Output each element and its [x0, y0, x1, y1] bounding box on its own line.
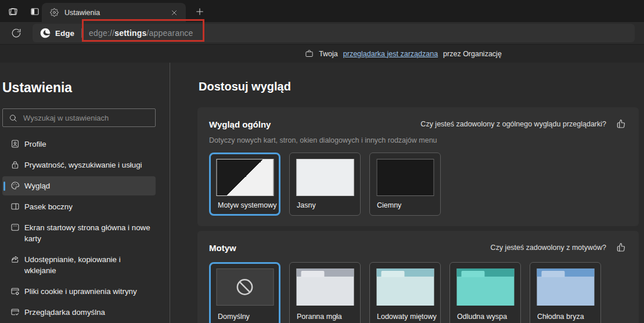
sidebar-item-label: Wygląd: [24, 182, 50, 190]
close-icon: [171, 9, 178, 16]
system-theme-thumbnail: [216, 159, 274, 196]
card-label: Odludna wyspa: [457, 313, 507, 321]
dark-theme-thumbnail: [376, 159, 434, 196]
section-overall-appearance: Wygląd ogólny Czy jesteś zadowolony z og…: [197, 107, 639, 226]
sidebar-item-label: Udostępnianie, kopiowanie i wklejanie: [24, 255, 121, 275]
sidebar-item-profile[interactable]: Profile: [2, 135, 156, 154]
sidebar-item-privacy[interactable]: Prywatność, wyszukiwanie i usługi: [2, 155, 156, 175]
sidebar-item-label: Pasek boczny: [24, 202, 73, 211]
settings-search-box[interactable]: [2, 108, 156, 127]
sidebar-item-label: Pliki cookie i uprawnienia witryny: [24, 287, 137, 296]
address-bar[interactable]: Edge edge://settings/appearance: [33, 24, 635, 42]
card-label: Lodowaty miętowy: [377, 313, 437, 321]
search-input[interactable]: [23, 114, 149, 122]
page-title: Dostosuj wygląd: [199, 80, 291, 93]
thumb-tab: [381, 271, 404, 277]
sidebar-item-share-copy-paste[interactable]: Udostępnianie, kopiowanie i wklejanie: [2, 250, 156, 280]
sidebar-nav: Profile Prywatność, wyszukiwanie i usług…: [2, 135, 156, 323]
icy-mint-thumbnail: [376, 268, 434, 306]
appearance-cards: Motyw systemowy Jasny Ciemny: [209, 153, 627, 216]
morning-mist-thumbnail: [296, 268, 354, 306]
thumbs-up-icon: [616, 242, 626, 253]
default-browser-icon: [10, 307, 20, 317]
theme-cards: Domyślny Poranna mgła: [209, 262, 627, 323]
settings-page: Ustawienia Profile: [0, 63, 644, 323]
banner-text-before: Twoja: [319, 50, 338, 58]
feedback-question: Czy jesteś zadowolony z ogólnego wyglądu…: [420, 120, 606, 128]
card-desert-island-theme[interactable]: Odludna wyspa: [449, 262, 521, 323]
edge-badge-label: Edge: [55, 29, 74, 38]
workspaces-icon: [7, 6, 19, 17]
browser-window: Ustawienia Edge: [0, 0, 644, 323]
settings-main: Dostosuj wygląd Wygląd ogólny Czy jesteś…: [170, 63, 644, 323]
card-cool-breeze-theme[interactable]: Chłodna bryza: [530, 262, 601, 323]
card-label: Poranna mgła: [297, 313, 342, 321]
selected-indicator: [3, 182, 5, 191]
reload-button[interactable]: [9, 26, 23, 40]
card-default-theme[interactable]: Domyślny: [209, 262, 280, 323]
sidebar-item-label: Przeglądarka domyślna: [24, 308, 105, 317]
card-label: Jasny: [297, 201, 316, 209]
tab-actions-button[interactable]: [28, 5, 42, 19]
tab-bar: Ustawienia: [0, 0, 644, 22]
light-theme-thumbnail: [296, 159, 354, 196]
reload-icon: [11, 28, 21, 38]
card-label: Domyślny: [218, 313, 250, 321]
settings-sidebar: Ustawienia Profile: [0, 63, 170, 323]
sidebar-item-appearance[interactable]: Wygląd: [2, 176, 156, 195]
cookies-icon: [10, 286, 20, 296]
sidebar-item-cookies-permissions[interactable]: Pliki cookie i uprawnienia witryny: [2, 282, 156, 301]
thumb-tab: [461, 271, 484, 277]
section-theme: Motyw Czy jesteś zadowolony z motywów?: [197, 231, 639, 323]
profile-icon: [10, 139, 20, 148]
sidebar-item-label: Prywatność, wyszukiwanie i usługi: [24, 161, 142, 169]
edge-badge[interactable]: Edge: [39, 27, 74, 39]
card-morning-mist-theme[interactable]: Poranna mgła: [289, 262, 361, 323]
sidebar-icon: [10, 202, 20, 211]
card-icy-mint-theme[interactable]: Lodowaty miętowy: [369, 262, 441, 323]
edge-logo-icon: [39, 27, 51, 39]
cool-breeze-thumbnail: [537, 268, 594, 306]
plus-icon: [195, 7, 204, 16]
card-label: Ciemny: [377, 201, 401, 209]
url-text[interactable]: edge://settings/appearance: [89, 28, 193, 38]
card-dark-theme[interactable]: Ciemny: [369, 153, 441, 216]
section-heading: Wygląd ogólny: [209, 119, 420, 129]
card-system-theme[interactable]: Motyw systemowy: [209, 153, 280, 216]
sidebar-item-default-browser[interactable]: Przeglądarka domyślna: [2, 303, 156, 322]
startpage-icon: [10, 223, 20, 232]
desert-island-thumbnail: [456, 268, 514, 306]
toolbar: Edge edge://settings/appearance: [0, 22, 644, 44]
lock-icon: [10, 160, 20, 169]
sidebar-title: Ustawienia: [2, 80, 72, 96]
default-theme-thumbnail: [216, 268, 274, 306]
briefcase-icon: [305, 49, 314, 58]
managed-policy-link[interactable]: przeglądarka jest zarządzana: [343, 50, 438, 58]
tab-settings[interactable]: Ustawienia: [42, 3, 186, 22]
managed-browser-banner: Twoja przeglądarka jest zarządzana przez…: [0, 44, 644, 63]
tab-close-button[interactable]: [168, 7, 180, 19]
new-tab-button[interactable]: [193, 5, 207, 19]
section-heading: Motyw: [209, 243, 491, 253]
card-label: Chłodna bryza: [537, 313, 584, 321]
sidebar-item-start-home-newtab[interactable]: Ekran startowy strona główna i nowe kart…: [2, 218, 156, 248]
banner-text-after: przez Organizację: [443, 50, 502, 58]
tab-title: Ustawienia: [64, 9, 168, 17]
sidebar-item-label: Profile: [24, 140, 46, 148]
sidebar-item-sidebar[interactable]: Pasek boczny: [2, 197, 156, 216]
thumbs-up-icon: [616, 119, 626, 129]
palette-icon: [10, 181, 20, 190]
sidebar-item-label: Ekran startowy strona główna i nowe kart…: [24, 223, 150, 243]
workspaces-button[interactable]: [6, 5, 20, 19]
share-icon: [10, 255, 20, 264]
search-icon: [9, 114, 17, 122]
gear-icon: [50, 8, 59, 17]
thumb-tab: [541, 271, 564, 277]
split-window-icon: [30, 6, 40, 17]
none-icon: [234, 276, 256, 298]
feedback-button[interactable]: [614, 241, 627, 254]
feedback-button[interactable]: [614, 118, 627, 130]
card-light-theme[interactable]: Jasny: [289, 153, 361, 216]
card-label: Motyw systemowy: [218, 201, 276, 209]
thumb-tab: [301, 271, 324, 277]
